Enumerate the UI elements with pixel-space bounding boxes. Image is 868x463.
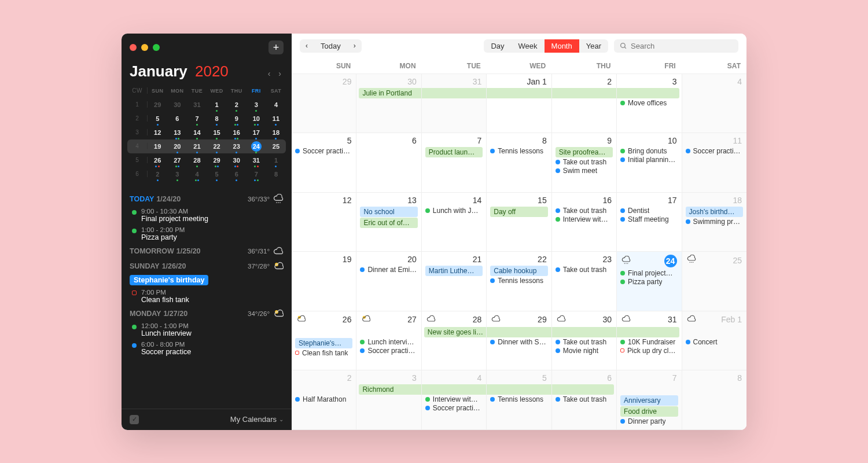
day-cell[interactable]: 23Take out trash	[552, 252, 617, 311]
day-cell[interactable]: 18Josh's birthd…Swimming pr…	[682, 193, 746, 252]
prev-button[interactable]: ‹	[300, 39, 314, 52]
mini-day-cell[interactable]: 4	[266, 100, 286, 110]
day-cell[interactable]: 3Richmond	[356, 370, 421, 430]
next-button[interactable]: ›	[348, 39, 362, 52]
mini-day-cell[interactable]: 12	[148, 127, 167, 138]
timed-event[interactable]: Movie night	[554, 347, 614, 355]
mini-day-cell[interactable]: 5	[207, 169, 227, 179]
day-cell[interactable]: 24Final project…Pizza party	[617, 252, 682, 311]
mini-day-cell[interactable]: 11	[266, 113, 286, 124]
all-day-event[interactable]: Cable hookup	[489, 266, 549, 276]
timed-event[interactable]: Dentist	[619, 207, 679, 215]
timed-event[interactable]: Take out trash	[554, 266, 614, 274]
day-cell[interactable]: 7Product laun…	[422, 133, 487, 193]
timed-event[interactable]: Final project…	[619, 269, 679, 277]
day-cell[interactable]: 26Stephanie's…Clean fish tank	[292, 311, 356, 371]
timed-event[interactable]: Take out trash	[554, 158, 614, 166]
mini-day-cell[interactable]: 8	[207, 113, 227, 124]
day-cell[interactable]: 21Martin Luthe…	[422, 252, 487, 311]
mini-day-cell[interactable]: 5	[148, 113, 167, 124]
day-cell[interactable]: 5Tennis lessons	[487, 370, 551, 430]
mini-day-cell[interactable]: 31	[187, 100, 207, 110]
day-cell[interactable]: 10Bring donutsInitial plannin…	[617, 133, 682, 193]
search-input[interactable]	[631, 42, 733, 50]
day-cell[interactable]: 14Lunch with J…	[422, 193, 487, 252]
timed-event[interactable]: Move offices	[619, 99, 679, 107]
all-day-event[interactable]: Stephanie's…	[294, 338, 354, 348]
all-day-event[interactable]: Site proofrea…	[554, 147, 614, 157]
mini-day-cell[interactable]: 13	[167, 127, 187, 138]
day-cell[interactable]: 30Julie in Portland	[356, 74, 421, 134]
mini-day-cell[interactable]: 22	[207, 141, 227, 152]
mini-day-cell[interactable]: 29	[207, 155, 227, 166]
day-cell[interactable]: 6	[356, 133, 421, 193]
mini-day-cell[interactable]: 6	[167, 113, 187, 124]
agenda-event[interactable]: 6:00 - 8:00 PMSoccer practice	[130, 341, 284, 356]
timed-event[interactable]: Interview wit…	[424, 395, 484, 403]
mini-day-cell[interactable]: 19	[148, 141, 167, 152]
zoom-window-button[interactable]	[153, 44, 160, 51]
mini-day-cell[interactable]: 3	[247, 100, 266, 110]
day-cell[interactable]: 27Lunch intervi…Soccer practi…	[356, 311, 421, 371]
mini-day-cell[interactable]: 9	[227, 113, 247, 124]
mini-day-cell[interactable]: 3	[167, 169, 187, 179]
timed-event[interactable]: Interview wit…	[554, 215, 614, 223]
mini-day-cell[interactable]: 1	[266, 155, 286, 166]
view-day-button[interactable]: Day	[484, 39, 511, 53]
day-cell[interactable]: 13No schoolEric out of of…	[356, 193, 421, 252]
day-cell[interactable]: 20Dinner at Emi…	[356, 252, 421, 311]
mini-day-cell[interactable]: 20	[167, 141, 187, 152]
timed-event[interactable]: Tennis lessons	[489, 147, 549, 155]
day-cell[interactable]: 2Half Marathon	[292, 370, 356, 430]
timed-event[interactable]: Tennis lessons	[489, 277, 549, 285]
timed-event[interactable]: Half Marathon	[294, 395, 354, 403]
day-cell[interactable]: 22Cable hookupTennis lessons	[487, 252, 551, 311]
today-button[interactable]: Today	[314, 39, 348, 53]
mini-day-cell[interactable]: 6	[227, 169, 247, 179]
timed-event[interactable]: Swim meet	[554, 167, 614, 175]
timed-event[interactable]: Staff meeting	[619, 215, 679, 223]
multi-day-event[interactable]	[552, 384, 614, 395]
multi-day-event[interactable]	[487, 88, 551, 98]
multi-day-event[interactable]	[552, 327, 617, 337]
agenda-event[interactable]: 7:00 PMClean fish tank	[130, 289, 284, 304]
multi-day-event[interactable]	[422, 88, 487, 98]
multi-day-event[interactable]	[617, 327, 679, 337]
mini-day-cell[interactable]: 28	[187, 155, 207, 166]
mini-day-cell[interactable]: 31	[247, 155, 266, 166]
minimize-window-button[interactable]	[141, 44, 148, 51]
mini-day-cell[interactable]: 16	[227, 127, 247, 138]
multi-day-event[interactable]: Richmond	[359, 384, 421, 395]
calendars-toggle-checkbox[interactable]: ✓	[130, 415, 139, 424]
timed-event[interactable]: Concert	[685, 338, 744, 346]
day-cell[interactable]: 12	[292, 193, 356, 252]
mini-day-cell[interactable]: 29	[148, 100, 167, 110]
all-day-event[interactable]: Day off	[489, 207, 549, 217]
timed-event[interactable]: Soccer practi…	[359, 347, 418, 355]
day-cell[interactable]: 3Move offices	[617, 74, 682, 134]
mini-prev-button[interactable]: ‹	[266, 69, 273, 78]
all-day-event[interactable]: Josh's birthd…	[685, 207, 744, 217]
mini-day-cell[interactable]: 30	[227, 155, 247, 166]
view-year-button[interactable]: Year	[579, 39, 608, 53]
day-cell[interactable]: 3110K FundraiserPick up dry cl…	[617, 311, 682, 371]
agenda-all-day-chip[interactable]: Stephanie's birthday	[130, 275, 208, 285]
mini-day-cell[interactable]: 18	[266, 127, 286, 138]
multi-day-event[interactable]: Julie in Portland	[359, 88, 421, 98]
mini-calendar[interactable]: CWSUNMONTUEWEDTHUFRISAT12930311234256789…	[122, 82, 292, 187]
my-calendars-button[interactable]: My Calendars	[230, 415, 277, 424]
multi-day-event[interactable]	[487, 327, 551, 337]
multi-day-event[interactable]	[617, 88, 679, 98]
day-cell[interactable]: 5Soccer practi…	[292, 133, 356, 193]
day-cell[interactable]: Feb 1Concert	[682, 311, 746, 371]
mini-day-cell[interactable]: 21	[187, 141, 207, 152]
mini-day-cell[interactable]: 14	[187, 127, 207, 138]
day-cell[interactable]: 15Day off	[487, 193, 551, 252]
day-cell[interactable]: 6Take out trash	[552, 370, 617, 430]
mini-day-cell[interactable]: 27	[167, 155, 187, 166]
timed-event[interactable]: Initial plannin…	[619, 156, 679, 164]
timed-event[interactable]: Soccer practi…	[424, 404, 484, 412]
day-cell[interactable]: 19	[292, 252, 356, 311]
day-cell[interactable]: 4Interview wit…Soccer practi…	[422, 370, 487, 430]
all-day-event[interactable]: Anniversary	[619, 395, 679, 406]
